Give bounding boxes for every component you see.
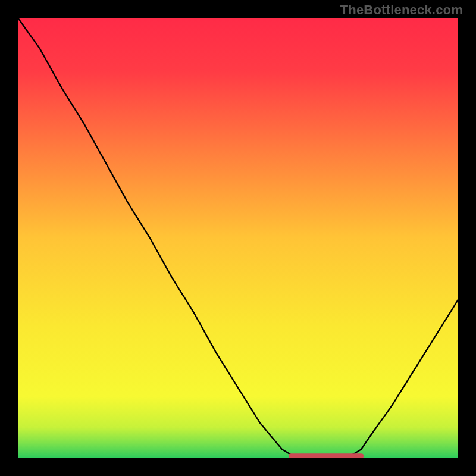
plot-area <box>18 18 458 458</box>
watermark-text: TheBottleneck.com <box>340 2 463 18</box>
chart-frame: TheBottleneck.com <box>0 0 476 476</box>
chart-svg <box>18 18 458 458</box>
gradient-background <box>18 18 458 458</box>
